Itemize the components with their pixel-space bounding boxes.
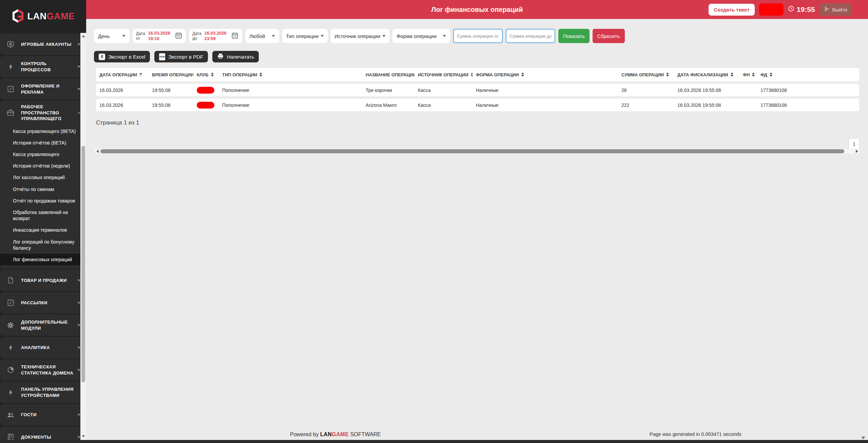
submenu-item-касса-управляющего[interactable]: Касса управляющего <box>0 149 86 160</box>
chevron-down-icon <box>321 35 324 37</box>
pdf-file-icon: PDF <box>159 53 165 60</box>
sidebar-group: ТЕХНИЧЕСКАЯ СТАТИСТИКА ДОМЕНА <box>0 359 86 381</box>
sidebar-item-рассылки[interactable]: РАССЫЛКИ <box>0 292 86 313</box>
calendar-icon[interactable] <box>175 32 182 40</box>
reset-button[interactable]: Сбросить <box>593 29 625 43</box>
sidebar-item-аналитика[interactable]: АНАЛИТИКА <box>0 337 86 358</box>
column-header-дата-операции[interactable]: ДАТА ОПЕРАЦИИ <box>96 72 149 77</box>
operation-type-select[interactable]: Тип операции <box>282 29 328 43</box>
sidebar-group: ОФОРМЛЕНИЕ И РЕКЛАМА <box>0 78 86 100</box>
sidebar-group: ПАНЕЛЬ УПРАВЛЕНИЯ УСТРОЙСТВАМИ <box>0 382 86 403</box>
edit-square-icon <box>0 85 21 93</box>
sidebar-item-label: ОФОРМЛЕНИЕ И РЕКЛАМА <box>21 83 77 95</box>
submenu-item-история-отчётов-beta[interactable]: История отчётов (BETA) <box>0 137 86 149</box>
show-button[interactable]: Показать <box>558 29 590 43</box>
page-scroll-down-icon[interactable] <box>861 437 865 439</box>
lightning-icon <box>0 388 21 397</box>
sidebar-group: РАССЫЛКИ <box>0 292 86 313</box>
column-header-время-операции[interactable]: ВРЕМЯ ОПЕРАЦИИ <box>149 72 193 77</box>
app-logo[interactable]: LANGAME <box>0 0 86 33</box>
sidebar-item-товар-и-продажи[interactable]: ТОВАР И ПРОДАЖИ <box>0 270 86 291</box>
submenu-item-лог-кассовых-операций[interactable]: Лог кассовых операций <box>0 172 86 183</box>
horizontal-scrollbar-thumb[interactable] <box>100 149 844 153</box>
submenu-item-лог-операций-по-бонусному-балансу[interactable]: Лог операций по бонусному балансу <box>0 236 86 254</box>
sidebar-item-рабочее-пространство-управляющего[interactable]: РАБОЧЕЕ ПРОСТРАНСТВО УПРАВЛЯЮЩЕГО <box>0 101 86 125</box>
export-excel-button[interactable]: X Экспорт в Excel <box>94 51 150 62</box>
column-header-фн[interactable]: ФН <box>739 72 757 77</box>
table-cell: 19:55:08 <box>149 102 193 108</box>
briefcase-icon <box>0 109 21 117</box>
sidebar-item-label: ТОВАР И ПРОДАЖИ <box>21 277 77 284</box>
period-select[interactable]: День <box>94 29 130 43</box>
sidebar-item-оформление-и-реклама[interactable]: ОФОРМЛЕНИЕ И РЕКЛАМА <box>0 78 86 100</box>
footer-generation-time: Page was generated in 0.053471 seconds <box>650 431 741 437</box>
sidebar-group: ТОВАР И ПРОДАЖИ <box>0 270 86 291</box>
submenu-item-отчёты-по-сменам[interactable]: Отчёты по сменам <box>0 184 86 195</box>
file-icon <box>0 276 21 284</box>
sidebar-item-контроль-процессов[interactable]: КОНТРОЛЬ ПРОЦЕССОВ <box>0 56 86 77</box>
column-header-форма-операции[interactable]: ФОРМА ОПЕРАЦИИ <box>472 72 618 77</box>
sidebar-item-игровые-аккаунты[interactable]: ИГРОВЫЕ АККАУНТЫ <box>0 34 86 55</box>
scroll-right-icon[interactable] <box>854 149 859 154</box>
sidebar-submenu: Касса управляющего (BETA)История отчётов… <box>0 125 86 269</box>
column-header-дата-фискализации[interactable]: ДАТА ФИСКАЛИЗАЦИИ <box>674 72 739 77</box>
column-label: НАЗВАНИЕ ОПЕРАЦИИ <box>366 72 414 77</box>
sidebar-group: ИГРОВЫЕ АККАУНТЫ <box>0 34 86 55</box>
sidebar-item-дополнительные-модули[interactable]: ДОПОЛНИТЕЛЬНЫЕ МОДУЛИ <box>0 314 86 336</box>
logout-button[interactable]: Выйти <box>819 3 852 16</box>
date-to-label: Датадо <box>192 31 201 41</box>
langame-logo-icon <box>12 9 24 24</box>
sort-icon <box>770 73 772 77</box>
operation-source-select[interactable]: Источник операции <box>331 29 389 43</box>
sidebar-item-панель-управления-устройствами[interactable]: ПАНЕЛЬ УПРАВЛЕНИЯ УСТРОЙСТВАМИ <box>0 382 86 403</box>
scroll-down-icon[interactable] <box>80 434 86 439</box>
submenu-item-лог-финансовых-операций[interactable]: Лог финансовых операций <box>0 254 86 265</box>
sum-to-input[interactable] <box>506 29 555 43</box>
column-header-клуб[interactable]: КЛУБ <box>193 72 219 77</box>
print-button[interactable]: Напечатать <box>212 51 259 62</box>
submenu-item-отчёт-по-продажам-товаров[interactable]: Отчёт по продажам товаров <box>0 195 86 207</box>
column-header-фд[interactable]: ФД <box>757 72 859 77</box>
submenu-item-обработка-заявлений-на-возврат[interactable]: Обработка заявлений на возврат <box>0 207 86 224</box>
calendar-icon[interactable] <box>231 32 239 40</box>
date-to-field[interactable]: Датадо 16.03.202623:59 <box>189 29 242 43</box>
date-from-field[interactable]: Датаот 16.03.202619:10 <box>133 29 186 43</box>
sidebar-group: АНАЛИТИКА <box>0 337 86 358</box>
operation-form-select[interactable]: Форма операции <box>392 29 450 43</box>
submenu-item-инкассация-терминалов[interactable]: Инкассация терминалов <box>0 224 86 236</box>
column-header-название-операции[interactable]: НАЗВАНИЕ ОПЕРАЦИИ <box>362 72 414 77</box>
page-1-button[interactable]: 1 <box>849 138 859 150</box>
export-toolbar: X Экспорт в Excel PDF Экспорт в PDF Напе… <box>94 51 259 62</box>
column-header-сумма-операции[interactable]: СУММА ОПЕРАЦИИ <box>618 72 674 77</box>
sum-from-input[interactable] <box>453 29 503 43</box>
club-name-redacted-badge <box>759 3 784 16</box>
submenu-item-касса-управляющего-beta[interactable]: Касса управляющего (BETA) <box>0 126 86 137</box>
any-select[interactable]: Любой <box>245 29 279 43</box>
table-cell: 16.03.2026 19:55:08 <box>674 102 739 108</box>
submenu-item-история-отчётов-недели[interactable]: История отчётов (недели) <box>0 160 86 172</box>
sidebar-item-гости[interactable]: ГОСТИ <box>0 404 86 425</box>
column-label: ДАТА ОПЕРАЦИИ <box>99 72 137 77</box>
sidebar-item-label: ГОСТИ <box>21 412 77 418</box>
main-content: День Датаот 16.03.202619:10 Датадо 16.03… <box>86 19 868 443</box>
create-ticket-button[interactable]: Создать тикет <box>709 4 754 16</box>
column-header-источник-операции[interactable]: ИСТОЧНИК ОПЕРАЦИИ <box>414 72 472 77</box>
clock-icon <box>788 5 794 14</box>
operation-source-value: Источник операции <box>334 33 380 39</box>
date-from-label: Датаот <box>136 31 145 41</box>
table-cell: 1773680108 <box>757 88 859 93</box>
horizontal-scrollbar[interactable] <box>95 149 859 154</box>
sidebar-item-техническая-статистика-домена[interactable]: ТЕХНИЧЕСКАЯ СТАТИСТИКА ДОМЕНА <box>0 359 86 381</box>
sidebar-scrollbar[interactable] <box>80 33 86 440</box>
export-pdf-label: Экспорт в PDF <box>168 54 203 60</box>
column-label: ДАТА ФИСКАЛИЗАЦИИ <box>677 72 728 77</box>
sidebar-item-label: ТЕХНИЧЕСКАЯ СТАТИСТИКА ДОМЕНА <box>21 364 77 376</box>
table-cell: 28 <box>618 88 674 93</box>
scroll-left-icon[interactable] <box>95 149 100 154</box>
column-header-тип-операции[interactable]: ТИП ОПЕРАЦИИ <box>219 72 362 77</box>
scroll-up-icon[interactable] <box>80 34 86 38</box>
sidebar-scrollbar-thumb[interactable] <box>81 146 85 382</box>
edit-square-icon <box>0 299 21 307</box>
top-header-bar: Лог финансовых операций Создать тикет 19… <box>86 0 868 19</box>
export-pdf-button[interactable]: PDF Экспорт в PDF <box>154 51 208 62</box>
